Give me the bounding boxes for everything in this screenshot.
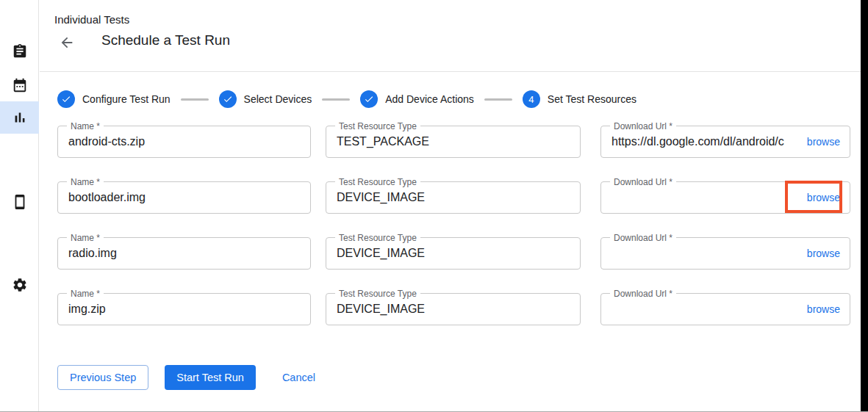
resource-type-field: Test Resource Type [326,181,581,214]
check-icon [61,94,71,104]
smartphone-icon [12,194,28,210]
download-url-field: Download Url * browse [600,126,850,158]
download-url-field-label: Download Url * [610,289,676,299]
step-label: Set Test Resources [548,93,636,105]
resource-row: Name * Test Resource Type Download Url *… [57,293,850,325]
check-icon [364,94,374,104]
stepper: Configure Test Run Select Devices Add De… [57,90,636,108]
name-field: Name * [57,181,311,214]
resource-type-field-label: Test Resource Type [335,121,420,131]
resource-type-field-label: Test Resource Type [335,177,420,187]
step-label: Configure Test Run [82,93,171,105]
step-add-device-actions[interactable]: Add Device Actions [360,90,474,108]
sidebar-item-tests[interactable] [0,35,39,68]
breadcrumb: Individual Tests [54,13,129,26]
resource-row: Name * Test Resource Type Download Url *… [57,237,850,270]
sidebar-item-settings[interactable] [0,269,39,301]
step-select-devices[interactable]: Select Devices [219,90,312,108]
test-resources-form: Name * Test Resource Type Download Url *… [57,126,850,349]
resource-type-field: Test Resource Type [326,126,581,158]
resource-row: Name * Test Resource Type Download Url *… [57,181,850,214]
resource-row: Name * Test Resource Type Download Url *… [57,126,850,158]
calendar-icon [12,77,28,93]
step-configure-test-run[interactable]: Configure Test Run [57,90,171,108]
name-field-label: Name * [67,233,104,243]
schedule-test-run-page: Individual Tests Schedule a Test Run Con… [0,0,868,412]
step-complete-badge [219,90,237,108]
browse-link[interactable]: browse [807,247,840,259]
arrow-back-icon [59,35,75,51]
form-actions: Previous Step Start Test Run Cancel [57,365,315,390]
header-divider [40,71,861,72]
download-url-field-label: Download Url * [610,121,676,131]
step-complete-badge [57,90,75,108]
resource-type-field-label: Test Resource Type [335,289,420,299]
resource-type-field: Test Resource Type [326,237,581,270]
name-field: Name * [57,293,311,325]
browse-link[interactable]: browse [807,136,840,148]
stepper-connector [322,98,350,101]
window-edge-strip [861,0,868,412]
step-complete-badge [360,90,378,108]
start-test-run-button[interactable]: Start Test Run [165,365,256,390]
name-field-label: Name * [67,177,104,187]
cancel-button[interactable]: Cancel [282,365,315,390]
download-url-field: Download Url * browse [600,181,850,214]
sidebar-item-results[interactable] [0,101,39,134]
sidebar-item-schedule[interactable] [0,69,39,101]
download-url-field-label: Download Url * [610,233,676,243]
download-url-field: Download Url * browse [600,293,850,325]
name-field-label: Name * [67,289,104,299]
page-title: Schedule a Test Run [101,32,230,48]
browse-link[interactable]: browse [807,303,840,315]
name-field: Name * [57,126,311,158]
back-button[interactable] [57,33,76,52]
step-label: Add Device Actions [385,93,474,105]
browse-link[interactable]: browse [807,192,840,203]
previous-step-button[interactable]: Previous Step [57,365,148,390]
stepper-connector [181,98,209,101]
download-url-field: Download Url * browse [600,237,850,270]
sidebar [0,0,39,412]
resource-type-field: Test Resource Type [326,293,581,325]
name-field-label: Name * [67,121,104,131]
gear-icon [12,277,28,293]
sidebar-item-devices[interactable] [0,186,39,218]
download-url-field-label: Download Url * [610,177,676,187]
step-set-test-resources[interactable]: 4 Set Test Resources [523,90,636,108]
clipboard-icon [12,43,28,59]
resource-type-field-label: Test Resource Type [335,233,420,243]
name-field: Name * [57,237,311,270]
check-icon [223,94,233,104]
step-number-badge: 4 [523,90,540,108]
step-label: Select Devices [244,93,312,105]
bar-chart-icon [12,109,28,126]
stepper-connector [484,98,512,101]
